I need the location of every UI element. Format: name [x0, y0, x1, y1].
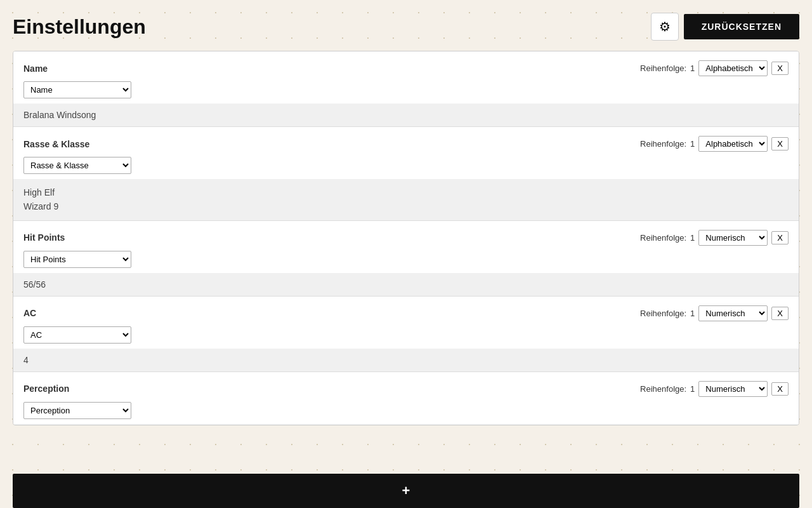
card-label-hit-points: Hit Points — [23, 232, 65, 243]
reihenfolge-group-rasse-klasse: Reihenfolge:1AlphabetischNumerischX — [640, 136, 789, 152]
reihenfolge-label-hit-points: Reihenfolge: — [640, 233, 686, 243]
card-header-name: NameReihenfolge:1AlphabetischNumerischX — [23, 60, 789, 76]
add-button[interactable]: + — [13, 474, 799, 508]
card-label-perception: Perception — [23, 384, 69, 394]
x-button-ac[interactable]: X — [771, 307, 789, 320]
reihenfolge-group-name: Reihenfolge:1AlphabetischNumerischX — [640, 60, 789, 76]
card-label-name: Name — [23, 64, 48, 74]
card-value-hit-points: 56/56 — [13, 273, 799, 296]
gear-icon: ⚙ — [659, 19, 671, 34]
card-select-hit-points[interactable]: Hit Points — [23, 251, 131, 268]
card-hit-points: Hit PointsReihenfolge:1NumerischAlphabet… — [13, 221, 799, 297]
sort-select-perception[interactable]: NumerischAlphabetisch — [698, 381, 768, 397]
card-select-perception[interactable]: Perception — [23, 402, 131, 419]
x-button-perception[interactable]: X — [771, 382, 789, 396]
add-icon: + — [402, 483, 410, 498]
card-ac: ACReihenfolge:1NumerischAlphabetischXAC4 — [13, 297, 799, 372]
reihenfolge-number-hit-points: 1 — [690, 233, 695, 243]
card-value-perception: + 6 / 16 — [13, 424, 799, 425]
card-header-rasse-klasse: Rasse & KlasseReihenfolge:1AlphabetischN… — [23, 136, 789, 152]
card-value-name: Bralana Windsong — [13, 104, 799, 126]
page-title: Einstellungen — [13, 15, 146, 39]
sort-select-rasse-klasse[interactable]: AlphabetischNumerisch — [698, 136, 768, 152]
card-perception: PerceptionReihenfolge:1NumerischAlphabet… — [13, 372, 799, 425]
card-value-rasse-klasse: High ElfWizard 9 — [13, 179, 799, 220]
sort-select-hit-points[interactable]: NumerischAlphabetisch — [698, 230, 768, 246]
reihenfolge-group-perception: Reihenfolge:1NumerischAlphabetischX — [640, 381, 789, 397]
page-container: Einstellungen ⚙ ZURÜCKSETZEN NameReihenf… — [0, 0, 812, 508]
reset-button[interactable]: ZURÜCKSETZEN — [684, 14, 799, 39]
x-button-rasse-klasse[interactable]: X — [771, 137, 789, 150]
card-value-ac: 4 — [13, 349, 799, 371]
header: Einstellungen ⚙ ZURÜCKSETZEN — [13, 13, 799, 41]
reihenfolge-label-name: Reihenfolge: — [640, 64, 686, 73]
reihenfolge-number-perception: 1 — [690, 384, 695, 394]
sort-select-ac[interactable]: NumerischAlphabetisch — [698, 305, 768, 321]
reihenfolge-label-ac: Reihenfolge: — [640, 309, 686, 318]
card-header-ac: ACReihenfolge:1NumerischAlphabetischX — [23, 305, 789, 321]
card-select-name[interactable]: Name — [23, 81, 131, 98]
scroll-area: NameReihenfolge:1AlphabetischNumerischXN… — [13, 51, 799, 425]
reihenfolge-label-perception: Reihenfolge: — [640, 384, 686, 394]
x-button-name[interactable]: X — [771, 62, 789, 75]
card-select-ac[interactable]: AC — [23, 326, 131, 344]
card-label-ac: AC — [23, 308, 36, 318]
reihenfolge-number-name: 1 — [690, 64, 695, 73]
card-label-rasse-klasse: Rasse & Klasse — [23, 139, 89, 149]
card-rasse-klasse: Rasse & KlasseReihenfolge:1AlphabetischN… — [13, 127, 799, 221]
header-right: ⚙ ZURÜCKSETZEN — [651, 13, 799, 41]
card-header-perception: PerceptionReihenfolge:1NumerischAlphabet… — [23, 381, 789, 397]
reihenfolge-group-hit-points: Reihenfolge:1NumerischAlphabetischX — [640, 230, 789, 246]
sort-select-name[interactable]: AlphabetischNumerisch — [698, 60, 768, 76]
reihenfolge-group-ac: Reihenfolge:1NumerischAlphabetischX — [640, 305, 789, 321]
x-button-hit-points[interactable]: X — [771, 231, 789, 244]
reihenfolge-number-ac: 1 — [690, 309, 695, 318]
card-name: NameReihenfolge:1AlphabetischNumerischXN… — [13, 51, 799, 127]
reihenfolge-number-rasse-klasse: 1 — [690, 139, 695, 149]
card-select-rasse-klasse[interactable]: Rasse & Klasse — [23, 157, 131, 174]
reihenfolge-label-rasse-klasse: Reihenfolge: — [640, 139, 686, 149]
gear-button[interactable]: ⚙ — [651, 13, 679, 41]
card-header-hit-points: Hit PointsReihenfolge:1NumerischAlphabet… — [23, 230, 789, 246]
